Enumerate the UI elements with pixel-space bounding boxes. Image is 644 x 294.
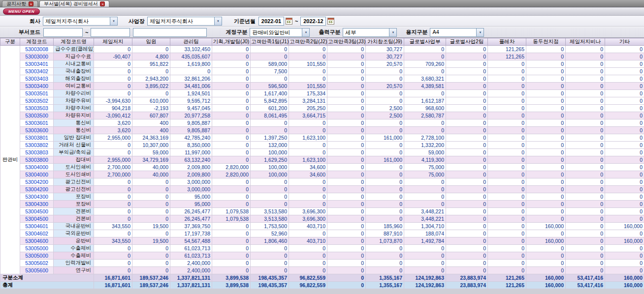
amount-cell[interactable]: 34,729,169 bbox=[132, 156, 170, 164]
table-row[interactable]: 53004500견본비0026,245,4771,079,5383,513,58… bbox=[0, 215, 644, 223]
amount-cell[interactable]: 0 bbox=[289, 201, 327, 208]
amount-cell[interactable]: 0 bbox=[132, 201, 170, 208]
table-row[interactable]: 53003403해외출장비02,943,20032,861,206000003,… bbox=[0, 75, 644, 83]
amount-cell[interactable]: 121,265 bbox=[488, 46, 526, 53]
amount-cell[interactable]: 1,079,538 bbox=[212, 215, 251, 223]
amount-cell[interactable]: 0 bbox=[566, 90, 605, 97]
account-code-cell[interactable]: 53003802 bbox=[20, 142, 54, 149]
amount-cell[interactable]: 0 bbox=[132, 193, 170, 201]
amount-cell[interactable]: 0 bbox=[366, 178, 404, 186]
amount-cell[interactable]: 0 bbox=[94, 267, 132, 274]
amount-cell[interactable]: 0 bbox=[404, 119, 446, 127]
column-header[interactable]: 임원 bbox=[132, 38, 170, 46]
amount-cell[interactable]: 0 bbox=[327, 90, 366, 97]
amount-cell[interactable]: 0 bbox=[289, 68, 327, 75]
amount-cell[interactable]: 0 bbox=[94, 230, 132, 237]
amount-cell[interactable]: 3,448,221 bbox=[404, 208, 446, 215]
amount-cell[interactable]: 0 bbox=[212, 201, 251, 208]
account-name-cell[interactable]: 인력개발비 bbox=[54, 260, 94, 267]
amount-cell[interactable]: 0 bbox=[446, 142, 488, 149]
account-code-cell[interactable]: 53003400 bbox=[20, 83, 54, 90]
amount-cell[interactable]: 0 bbox=[366, 127, 404, 134]
amount-cell[interactable]: 2,009,800 bbox=[170, 164, 212, 171]
amount-cell[interactable]: 0 bbox=[446, 193, 488, 201]
amount-cell[interactable]: 951,822 bbox=[132, 60, 170, 68]
amount-cell[interactable]: 0 bbox=[526, 53, 566, 60]
amount-cell[interactable]: 0 bbox=[289, 186, 327, 193]
amount-cell[interactable]: 0 bbox=[526, 75, 566, 83]
amount-cell[interactable]: 0 bbox=[212, 83, 251, 90]
table-row[interactable]: 53003500차량유지비-3,090,412607,80720,977,258… bbox=[0, 112, 644, 119]
amount-cell[interactable]: 0 bbox=[404, 245, 446, 252]
amount-cell[interactable]: 0 bbox=[446, 178, 488, 186]
amount-cell[interactable]: 0 bbox=[446, 60, 488, 68]
amount-cell[interactable]: 0 bbox=[526, 149, 566, 156]
amount-cell[interactable]: 0 bbox=[605, 156, 644, 164]
calendar-icon[interactable] bbox=[286, 18, 292, 25]
table-row[interactable]: 53003801일반 접대비2,955,00024,363,16942,785,… bbox=[0, 134, 644, 142]
table-row[interactable]: 53005000수출제비0061,023,71300000000000 bbox=[0, 245, 644, 252]
amount-cell[interactable]: 0 bbox=[251, 127, 289, 134]
column-header[interactable]: 글로벌사업부 bbox=[404, 38, 446, 46]
amount-cell[interactable]: 0 bbox=[327, 260, 366, 267]
amount-cell[interactable]: 0 bbox=[327, 230, 366, 237]
account-code-cell[interactable]: 53003500 bbox=[20, 112, 54, 119]
amount-cell[interactable]: 59,000 bbox=[132, 149, 170, 156]
amount-cell[interactable]: 0 bbox=[526, 230, 566, 237]
table-row[interactable]: 53005000수출제비0061,023,71300000000000 bbox=[0, 252, 644, 260]
amount-cell[interactable]: 0 bbox=[366, 149, 404, 156]
account-name-cell[interactable]: 차량주유비 bbox=[54, 97, 94, 105]
amount-cell[interactable]: 20,977,258 bbox=[170, 112, 212, 119]
dept-code-from-input[interactable] bbox=[43, 28, 83, 37]
amount-cell[interactable]: 0 bbox=[566, 134, 605, 142]
amount-cell[interactable]: 0 bbox=[404, 68, 446, 75]
account-name-cell[interactable]: 차량유지비 bbox=[54, 112, 94, 119]
account-name-cell[interactable]: 포장비 bbox=[54, 201, 94, 208]
amount-cell[interactable]: 0 bbox=[327, 193, 366, 201]
account-code-cell[interactable]: 53004601 bbox=[20, 223, 54, 230]
amount-cell[interactable]: 2,943,200 bbox=[132, 75, 170, 83]
amount-cell[interactable]: 0 bbox=[366, 142, 404, 149]
amount-cell[interactable]: 0 bbox=[605, 105, 644, 112]
amount-cell[interactable]: 0 bbox=[446, 156, 488, 164]
amount-cell[interactable]: 9,805,887 bbox=[170, 119, 212, 127]
amount-cell[interactable]: 0 bbox=[289, 46, 327, 53]
amount-cell[interactable]: 0 bbox=[212, 90, 251, 97]
account-name-cell[interactable]: 수출제비 bbox=[54, 252, 94, 260]
amount-cell[interactable]: 0 bbox=[446, 83, 488, 90]
amount-cell[interactable]: 2,955,000 bbox=[94, 156, 132, 164]
amount-cell[interactable]: 0 bbox=[404, 178, 446, 186]
amount-cell[interactable]: 0 bbox=[327, 75, 366, 83]
amount-cell[interactable]: 95,000 bbox=[170, 193, 212, 201]
amount-cell[interactable]: 61,023,713 bbox=[170, 252, 212, 260]
amount-cell[interactable]: 0 bbox=[289, 245, 327, 252]
amount-cell[interactable]: 0 bbox=[446, 105, 488, 112]
amount-cell[interactable]: 0 bbox=[212, 97, 251, 105]
amount-cell[interactable]: 0 bbox=[289, 267, 327, 274]
amount-cell[interactable]: 0 bbox=[488, 156, 526, 164]
table-row[interactable]: 53004601국내운반비343,55019,50037,369,75001,7… bbox=[0, 223, 644, 230]
amount-cell[interactable]: 0 bbox=[605, 260, 644, 267]
chevron-down-icon[interactable]: ▼ bbox=[110, 17, 117, 25]
account-code-cell[interactable]: 53004500 bbox=[20, 208, 54, 215]
amount-cell[interactable]: 0 bbox=[605, 112, 644, 119]
amount-cell[interactable]: 403,710 bbox=[289, 237, 327, 245]
chevron-down-icon[interactable]: ▼ bbox=[302, 29, 309, 36]
amount-cell[interactable]: 0 bbox=[488, 252, 526, 260]
amount-cell[interactable]: 3,000,000 bbox=[170, 178, 212, 186]
amount-cell[interactable]: 0 bbox=[605, 215, 644, 223]
table-row[interactable]: 53003501차량수리비001,924,50101,617,400175,33… bbox=[0, 90, 644, 97]
amount-cell[interactable]: 37,369,750 bbox=[170, 223, 212, 230]
amount-cell[interactable]: 2,009,800 bbox=[170, 171, 212, 178]
close-icon[interactable]: × bbox=[29, 1, 33, 6]
amount-cell[interactable]: 0 bbox=[289, 252, 327, 260]
close-icon[interactable]: × bbox=[100, 1, 105, 6]
amount-cell[interactable]: 2,500 bbox=[366, 105, 404, 112]
amount-cell[interactable]: 2,955,000 bbox=[94, 134, 132, 142]
amount-cell[interactable]: 0 bbox=[488, 83, 526, 90]
account-code-cell[interactable]: 53003402 bbox=[20, 68, 54, 75]
amount-cell[interactable]: 132,000 bbox=[251, 142, 289, 149]
amount-cell[interactable]: 0 bbox=[566, 142, 605, 149]
amount-cell[interactable]: 3,696,300 bbox=[289, 208, 327, 215]
amount-cell[interactable]: 0 bbox=[526, 178, 566, 186]
